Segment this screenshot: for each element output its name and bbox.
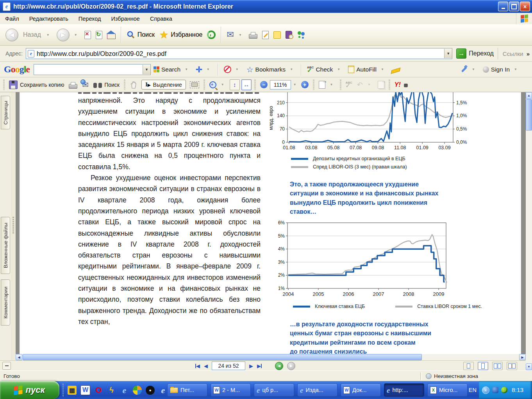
menu-edit[interactable]: Редактировать <box>24 13 73 24</box>
forward-dropdown-icon[interactable]: ▼ <box>74 33 77 37</box>
hand-tool-button[interactable] <box>130 81 137 89</box>
msn-explorer-icon[interactable]: e <box>159 386 168 395</box>
acrobat-print-button[interactable] <box>69 81 77 89</box>
vertical-scroll-thumb[interactable] <box>526 99 532 131</box>
tab-comments[interactable]: Комментарии <box>1 279 10 326</box>
start-button[interactable]: пуск <box>0 381 59 399</box>
task-button-folder[interactable]: Пет... <box>167 383 207 397</box>
horizontal-scroll-thumb[interactable] <box>23 354 422 360</box>
notes-button[interactable] <box>273 31 281 39</box>
forward-button[interactable]: ▶ ▼ <box>57 29 80 41</box>
mail-button[interactable]: ✉▼ <box>227 30 244 40</box>
horizontal-scrollbar[interactable]: ◀ ▶ <box>16 354 526 360</box>
home-button[interactable] <box>107 30 116 39</box>
tray-messenger-icon[interactable] <box>492 387 498 393</box>
task-button-excel[interactable]: XMicro... <box>427 383 468 397</box>
save-copy-button[interactable]: Сохранить копию <box>9 81 64 89</box>
history-button[interactable] <box>207 30 216 39</box>
edit-button[interactable] <box>262 31 269 39</box>
maximize-button[interactable] <box>509 2 519 11</box>
task-button-ie-1[interactable]: eцб р... <box>254 383 294 397</box>
minimize-button[interactable] <box>498 2 508 11</box>
address-input[interactable]: e http://www.cbr.ru/publ/Obzor/2009-02_r… <box>26 48 452 59</box>
first-page-button[interactable]: ◀ <box>195 363 200 369</box>
zoom-out-button[interactable]: − <box>260 81 268 88</box>
spellcheck-button[interactable]: ABC✓ Check▼ <box>307 66 343 73</box>
back-button[interactable]: ◀ Назад ▼ <box>5 29 52 41</box>
winamp-icon[interactable]: ϟ <box>107 386 116 395</box>
page-indicator[interactable]: 24 из 52 <box>212 361 245 370</box>
nav-options-button[interactable] <box>2 362 11 370</box>
fit-width-button[interactable]: ↔ <box>241 79 252 90</box>
single-page-layout-button[interactable] <box>463 362 474 370</box>
autofill-button[interactable]: AutoFill▼ <box>348 66 386 73</box>
google-search-button[interactable]: Search ▼ <box>154 66 190 73</box>
print-button[interactable] <box>249 31 257 39</box>
menu-file[interactable]: Файл <box>0 13 24 24</box>
tab-pages[interactable]: Страницы <box>1 96 10 129</box>
tray-chevron-icon[interactable]: ‹ <box>482 386 489 394</box>
next-view-button[interactable]: ▶ <box>287 362 295 370</box>
google-search-dropdown-icon[interactable]: ▼ <box>143 65 150 74</box>
bookmarks-button[interactable]: ☆ Bookmarks▼ <box>246 65 295 74</box>
scroll-down-icon[interactable]: ▼ <box>526 363 532 370</box>
yahoo-messenger-button[interactable]: Y! <box>395 81 409 88</box>
refresh-button[interactable] <box>96 31 102 39</box>
address-dropdown-icon[interactable]: ▼ <box>444 49 452 58</box>
close-button[interactable]: × <box>520 2 530 11</box>
zoom-tool-button[interactable]: +▼ <box>209 81 227 88</box>
menu-help[interactable]: Справка <box>145 13 177 24</box>
scroll-up-icon[interactable]: ▲ <box>526 92 532 99</box>
menu-favorites[interactable]: Избранное <box>106 13 145 24</box>
tab-attachments[interactable]: Вложенные файлы <box>1 217 10 274</box>
back-dropdown-icon[interactable]: ▼ <box>46 33 50 37</box>
zoom-dropdown-icon[interactable]: ▼ <box>293 83 296 86</box>
scroll-left-icon[interactable]: ◀ <box>16 354 22 360</box>
previous-page-button[interactable]: ◀ <box>204 363 208 369</box>
scroll-right-icon[interactable]: ▶ <box>519 354 526 360</box>
task-button-word-2[interactable]: WДок... <box>341 383 381 397</box>
next-page-button[interactable]: ▶ <box>249 363 253 369</box>
media-player-icon[interactable]: ▦ <box>68 386 77 395</box>
select-tool-button[interactable]: I▶ Выделение <box>141 80 186 89</box>
favorites-button[interactable]: ★ Избранное <box>159 31 202 39</box>
facing-layout-button[interactable] <box>507 362 517 370</box>
task-button-ie-active[interactable]: ehttp:... <box>384 383 424 397</box>
task-button-ie-2[interactable]: eИзда... <box>297 383 337 397</box>
task-button-word-1[interactable]: W2 - M... <box>211 383 251 397</box>
export-page-button[interactable]: ▼ <box>319 81 336 89</box>
menu-go[interactable]: Переход <box>73 13 106 24</box>
quicktime-icon[interactable]: ● <box>146 386 155 395</box>
acrobat-find-button[interactable]: Поиск <box>93 81 120 88</box>
popup-blocker-button[interactable]: ▼ <box>224 66 241 73</box>
word-icon[interactable]: W <box>80 385 90 395</box>
zoom-in-button[interactable]: + <box>301 81 309 88</box>
zoom-level-input[interactable]: 111% <box>270 80 291 89</box>
tray-antivirus-icon[interactable] <box>501 387 507 393</box>
go-button[interactable]: → Переход <box>456 48 494 59</box>
ie-icon[interactable]: e <box>120 386 129 395</box>
continuous-layout-button[interactable] <box>478 362 488 370</box>
vertical-scrollbar[interactable]: ▲ ▼ <box>526 92 532 370</box>
messenger-button[interactable] <box>297 30 306 39</box>
continuous-facing-layout-button[interactable] <box>492 362 503 370</box>
snapshot-button[interactable] <box>190 81 199 88</box>
search-button[interactable]: Поиск <box>127 30 155 39</box>
acrobat-email-button[interactable]: ✉ <box>82 80 89 89</box>
stop-button[interactable] <box>84 31 91 39</box>
fit-page-button[interactable]: ↕ <box>230 79 240 90</box>
language-indicator[interactable]: EN <box>469 381 477 399</box>
plus-icon: ✛ <box>196 65 202 74</box>
links-button[interactable]: Ссылки » <box>498 48 530 59</box>
research-button[interactable] <box>286 31 292 39</box>
opera-icon[interactable]: O <box>94 386 103 395</box>
splitter-grip[interactable] <box>12 217 14 233</box>
previous-view-button[interactable]: ◀ <box>275 362 283 370</box>
google-search-input[interactable]: ▼ <box>34 64 151 75</box>
signin-button[interactable]: Sign In▼ <box>483 66 520 73</box>
highlighter-button[interactable] <box>392 66 400 73</box>
google-sendto-button[interactable]: ✛▼ <box>196 65 212 74</box>
last-page-button[interactable]: ▶ <box>257 363 262 369</box>
toolbar-options-button[interactable]: ▼ <box>461 68 477 71</box>
wmp-icon[interactable] <box>133 386 142 395</box>
